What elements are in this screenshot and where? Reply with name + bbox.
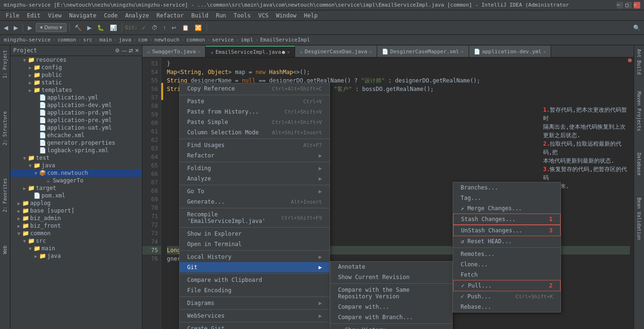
repo-remotes[interactable]: Remotes... [453, 249, 561, 259]
run-button[interactable]: ▶ [85, 24, 93, 32]
tab-swagger[interactable]: ☕ SwaggerTo.java ✕ [142, 46, 206, 57]
git-sub-show-revision[interactable]: Show Current Revision [330, 272, 452, 282]
sidebar-close-button[interactable]: ✕ [135, 48, 139, 54]
ctx-analyze[interactable]: Analyze ▶ [180, 173, 330, 184]
menu-help[interactable]: Help [300, 11, 322, 20]
sidebar-collapse-button[interactable]: — [122, 48, 127, 54]
tree-item-biz-front[interactable]: ▶ 📁 biz_front [10, 222, 142, 230]
tree-item-common-src[interactable]: ▼ 📁 src [10, 237, 142, 245]
forward-button[interactable]: ▶ [12, 24, 20, 32]
tab-swagger-close[interactable]: ✕ [198, 49, 200, 54]
tree-item-common[interactable]: ▼ 📁 common [10, 230, 142, 237]
nav-project[interactable]: mingzhu-service [4, 37, 50, 43]
ctx-folding[interactable]: Folding ▶ [180, 163, 330, 173]
bean-validation-tab[interactable]: Bean Validation [636, 196, 643, 242]
menu-navigate[interactable]: Navigate [66, 11, 100, 20]
ctx-goto[interactable]: Go To ▶ [180, 186, 330, 197]
nav-emailservice[interactable]: EmailServiceImpl [260, 37, 310, 43]
structure-tab[interactable]: 2: Structure [2, 111, 8, 145]
ctx-webservices[interactable]: WebServices ▶ [180, 311, 330, 321]
tree-item-resources[interactable]: ▼ 📁 resources [10, 56, 142, 64]
repo-stash[interactable]: Stash Changes... 1 [453, 214, 561, 225]
menu-vcs[interactable]: VCS [255, 11, 272, 20]
search-everywhere-button[interactable]: 🔍 [631, 24, 642, 32]
repo-merge[interactable]: ↗ Merge Changes... [453, 203, 561, 214]
nav-impl[interactable]: impl [241, 37, 254, 43]
ctx-file-encoding[interactable]: File Encoding [180, 285, 330, 296]
git-commit-button[interactable]: ⏱ [150, 24, 159, 32]
nav-service[interactable]: service [212, 37, 234, 43]
window-controls[interactable]: ─ □ ✕ [617, 2, 640, 8]
tab-designer-dao-close[interactable]: ✕ [369, 49, 372, 54]
tree-item-com-newtouch[interactable]: ▼ 📦 com.newtouch [10, 169, 142, 177]
tree-item-swaggerto[interactable]: ☕ SwaggerTo [10, 177, 142, 184]
git-sub-annotate[interactable]: Annotate [330, 262, 452, 272]
ctx-paste-simple[interactable]: Paste Simple Ctrl+Alt+Shift+V [180, 117, 330, 127]
maven-projects-tab[interactable]: Maven Projects [636, 90, 643, 133]
tree-item-common-main[interactable]: ▼ 📁 main [10, 245, 142, 252]
demo-dropdown[interactable]: ▾ Demo ▾ [36, 23, 66, 32]
menu-build[interactable]: Build [188, 11, 212, 20]
ctx-copy-reference[interactable]: Copy Reference Ctrl+Alt+Shift+C [180, 83, 330, 94]
tree-item-app-prd[interactable]: 📄 application-prd.yml [10, 109, 142, 116]
build-button[interactable]: 🔨 [73, 24, 83, 32]
tree-item-config[interactable]: ▶ 📁 config [10, 64, 142, 71]
tab-app-dev-close[interactable]: ✕ [543, 49, 546, 54]
tree-item-biz-admin[interactable]: ▶ 📁 biz_admin [10, 214, 142, 222]
tree-item-java-test[interactable]: ▼ 📁 java [10, 162, 142, 169]
ctx-generate[interactable]: Generate... Alt+Insert [180, 197, 330, 207]
sidebar-settings-button[interactable]: ⚙ [115, 48, 120, 54]
tree-item-ehcache[interactable]: 📄 ehcache.xml [10, 132, 142, 139]
tree-item-application-yml[interactable]: 📄 application.yml [10, 94, 142, 101]
tree-item-common-java[interactable]: ▶ 📁 java [10, 252, 142, 260]
tab-email[interactable]: ☕ EmailServiceImpl.java ● ✕ [206, 46, 295, 57]
maximize-button[interactable]: □ [625, 2, 632, 8]
git-sub-compare-branch[interactable]: Compare with Branch... [330, 312, 452, 322]
ctx-git[interactable]: Git ▶ [180, 262, 330, 272]
tree-item-app-pre[interactable]: 📄 application-pre.yml [10, 116, 142, 124]
debug-button[interactable]: 🐛 [95, 24, 106, 32]
repo-pull[interactable]: ✓ Pull... 2 [453, 280, 561, 291]
ctx-find-usages[interactable]: Find Usages Alt+F7 [180, 140, 330, 150]
repo-clone[interactable]: Clone... [453, 259, 561, 270]
ctx-diagrams[interactable]: Diagrams ▶ [180, 298, 330, 308]
menu-view[interactable]: View [44, 11, 66, 20]
nav-common2[interactable]: common [186, 37, 205, 43]
run-app-button[interactable]: ▶ [26, 24, 34, 32]
tab-email-close[interactable]: ✕ [287, 49, 290, 55]
ctx-compare-clipboard[interactable]: Compare with Clipboard [180, 275, 330, 285]
back-button[interactable]: ◀ [2, 24, 10, 32]
tree-item-applog[interactable]: ▶ 📁 applog [10, 199, 142, 207]
menu-analyze[interactable]: Analyze [121, 11, 153, 20]
nav-java[interactable]: java [119, 37, 132, 43]
tree-item-static[interactable]: ▶ 📁 static [10, 79, 142, 86]
tab-app-dev[interactable]: 📄 application-dev.yml ✕ [469, 46, 552, 57]
ctx-refactor[interactable]: Refactor ▶ [180, 150, 330, 161]
nav-src[interactable]: src [83, 37, 92, 43]
ctx-local-history[interactable]: Local History ▶ [180, 252, 330, 262]
git-branches-button[interactable]: 🔀 [193, 24, 204, 32]
ant-build-tab[interactable]: Ant Build [636, 47, 643, 76]
nav-com[interactable]: com [138, 37, 148, 43]
tree-item-app-dev[interactable]: 📄 application-dev.yml [10, 101, 142, 109]
ctx-paste-history[interactable]: Paste from History... Ctrl+Shift+V [180, 107, 330, 117]
ctx-create-gist[interactable]: Create Gist... [180, 323, 330, 329]
ctx-open-terminal[interactable]: Open in Terminal [180, 239, 330, 249]
repo-reset-head[interactable]: ↺ Reset HEAD... [453, 236, 561, 247]
git-push-button[interactable]: ↑ [161, 24, 168, 32]
ctx-show-explorer[interactable]: Show in Explorer [180, 229, 330, 239]
menu-tools[interactable]: Tools [230, 11, 255, 20]
menu-code[interactable]: Code [100, 11, 122, 20]
ctx-recompile[interactable]: Recompile 'EmailServiceImpl.java' Ctrl+S… [180, 209, 330, 226]
tree-item-pom[interactable]: 📄 pom.xml [10, 192, 142, 199]
database-tab[interactable]: Database [636, 151, 643, 177]
menu-file[interactable]: File [2, 11, 23, 20]
repo-fetch[interactable]: Fetch [453, 270, 561, 280]
tree-item-logback[interactable]: 📄 logback-spring.xml [10, 147, 142, 154]
web-tab[interactable]: Web [2, 246, 8, 254]
sidebar-expand-button[interactable]: ⇄ [129, 48, 133, 54]
git-sub-show-history[interactable]: ▶ Show History [330, 325, 452, 329]
git-sub-compare-same[interactable]: Compare with the Same Repository Version [330, 285, 452, 302]
tab-designer-mapper[interactable]: 📄 DesginerCaseMapper.xml ✕ [377, 46, 469, 57]
tab-designer-mapper-close[interactable]: ✕ [461, 49, 464, 54]
